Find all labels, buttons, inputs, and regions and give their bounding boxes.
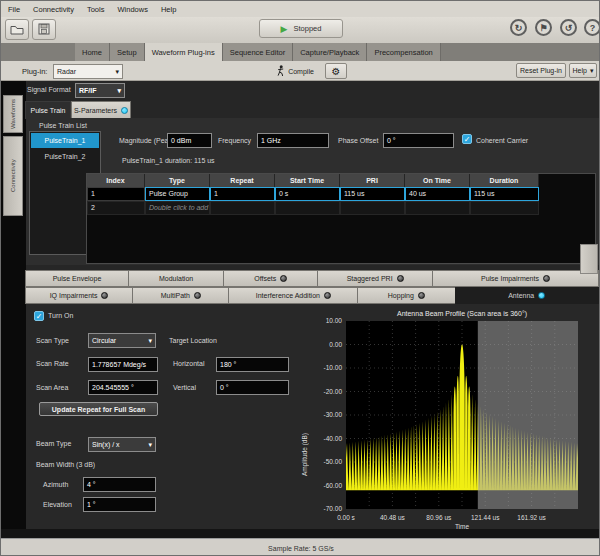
target-location-label: Target Location xyxy=(169,337,217,344)
tab-antenna[interactable]: Antenna xyxy=(455,287,599,304)
phase-offset-input[interactable]: 0 ° xyxy=(383,133,454,148)
cell-duration[interactable]: 115 us xyxy=(470,187,539,201)
vertical-scrollbar-thumb[interactable] xyxy=(580,244,598,274)
menu-file[interactable]: File xyxy=(8,5,20,14)
tab-modulation[interactable]: Modulation xyxy=(128,270,224,287)
plugin-label: Plug-in: xyxy=(22,67,47,76)
y-tick-label: -20.00 xyxy=(305,388,342,395)
antenna-beam-chart: Antenna Beam Profile (Scan area is 360°)… xyxy=(299,304,600,529)
tab-offsets[interactable]: Offsets xyxy=(223,270,318,287)
magnitude-label: Magnitude (Peak) xyxy=(119,137,174,144)
vertical-input[interactable]: 0 ° xyxy=(216,380,289,395)
cell-on-time[interactable]: 40 us xyxy=(405,187,470,201)
list-item-pulsetrain-2[interactable]: PulseTrain_2 xyxy=(31,149,99,164)
tab-label: IQ Impairments xyxy=(50,292,98,299)
cell-add-hint[interactable]: Double click to add xyxy=(145,201,210,215)
coherent-carrier-checkbox[interactable]: ✓ xyxy=(462,134,472,144)
tab-pulse-envelope[interactable]: Pulse Envelope xyxy=(25,270,129,287)
scan-rate-input[interactable]: 1.778657 Mdeg/s xyxy=(88,357,158,372)
cell-empty[interactable] xyxy=(210,201,275,215)
y-tick-label: -70.00 xyxy=(305,505,342,512)
tab-setup[interactable]: Setup xyxy=(110,43,145,61)
compile-button[interactable]: Compile xyxy=(269,63,321,79)
tab-active-icon xyxy=(538,292,545,299)
turn-on-checkbox[interactable]: ✓ xyxy=(34,311,44,321)
cell-type[interactable]: Pulse Group xyxy=(145,187,210,201)
plugin-select[interactable]: Radar ▾ xyxy=(53,64,123,79)
tab-state-icon xyxy=(397,275,404,282)
dock-tab-waveforms[interactable]: Waveforms xyxy=(3,95,23,133)
tab-label: Modulation xyxy=(159,275,193,282)
dock-tab-connectivity[interactable]: Connectivity xyxy=(3,136,23,216)
tab-capture-playback[interactable]: Capture/Playback xyxy=(293,43,367,61)
cell-empty[interactable] xyxy=(275,201,340,215)
menu-connectivity[interactable]: Connectivity xyxy=(33,5,74,14)
tab-label: Offsets xyxy=(254,275,276,282)
tab-multipath[interactable]: MultiPath xyxy=(132,287,229,304)
menu-help[interactable]: Help xyxy=(161,5,176,14)
pulse-table: Index Type Repeat Start Time PRI On Time… xyxy=(86,173,596,264)
cell-index[interactable]: 2 xyxy=(87,201,145,215)
menu-windows[interactable]: Windows xyxy=(117,5,147,14)
run-stop-button[interactable]: ▶ Stopped xyxy=(259,19,343,38)
status-bar: Sample Rate: 5 GS/s xyxy=(1,538,600,556)
signal-format-select[interactable]: RF/IF ▾ xyxy=(75,83,125,98)
tab-state-icon xyxy=(280,275,287,282)
update-repeat-button[interactable]: Update Repeat for Full Scan xyxy=(39,402,158,416)
list-item-pulsetrain-1[interactable]: PulseTrain_1 xyxy=(31,133,99,148)
tab-state-icon xyxy=(324,292,331,299)
tab-pulse-train[interactable]: Pulse Train xyxy=(25,101,71,119)
col-duration[interactable]: Duration xyxy=(470,174,539,187)
cell-empty[interactable] xyxy=(405,201,470,215)
play-icon: ▶ xyxy=(281,24,288,34)
col-type[interactable]: Type xyxy=(145,174,210,187)
table-row-add[interactable]: 2 Double click to add xyxy=(87,201,539,215)
cell-repeat[interactable]: 1 xyxy=(210,187,275,201)
magnitude-input[interactable]: 0 dBm xyxy=(167,133,212,148)
restart-button[interactable]: ↻ xyxy=(510,19,527,36)
save-icon xyxy=(38,21,50,39)
refresh-button[interactable]: ↺ xyxy=(560,19,577,36)
tab-precompensation[interactable]: Precompensation xyxy=(367,43,440,61)
reset-plugin-button[interactable]: Reset Plug-in xyxy=(516,63,566,78)
cell-empty[interactable] xyxy=(340,201,405,215)
tab-pulse-impairments[interactable]: Pulse Impairments xyxy=(432,270,599,287)
menu-tools[interactable]: Tools xyxy=(87,5,105,14)
marker-button[interactable]: ⚑ xyxy=(535,19,552,36)
cell-start-time[interactable]: 0 s xyxy=(275,187,340,201)
horizontal-input[interactable]: 180 ° xyxy=(216,357,289,372)
scan-type-select[interactable]: Circular ▾ xyxy=(88,333,156,348)
y-tick-label: -30.00 xyxy=(305,411,342,418)
tab-iq-impairments[interactable]: IQ Impairments xyxy=(25,287,133,304)
azimuth-input[interactable]: 4 ° xyxy=(83,477,156,492)
tab-hopping[interactable]: Hopping xyxy=(357,287,455,304)
help-button[interactable]: ? xyxy=(584,19,600,36)
tab-home[interactable]: Home xyxy=(75,43,110,61)
col-start-time[interactable]: Start Time xyxy=(275,174,340,187)
cell-empty[interactable] xyxy=(470,201,539,215)
col-pri[interactable]: PRI xyxy=(340,174,405,187)
plugin-help-button[interactable]: Help ▾ xyxy=(569,63,597,78)
tab-sequence-editor[interactable]: Sequence Editor xyxy=(223,43,293,61)
tab-interference-addition[interactable]: Interference Addition xyxy=(228,287,358,304)
compile-settings-button[interactable]: ⚙ xyxy=(325,63,347,79)
table-row-selected[interactable]: 1 Pulse Group 1 0 s 115 us 40 us 115 us xyxy=(87,187,539,201)
gear-icon: ⚙ xyxy=(332,66,341,77)
beam-type-select[interactable]: Sin(x) / x ▾ xyxy=(88,437,156,452)
plugin-bar: Plug-in: Radar ▾ Compile ⚙ Reset Plug-in… xyxy=(1,61,600,81)
frequency-input[interactable]: 1 GHz xyxy=(257,133,329,148)
save-button[interactable] xyxy=(32,19,56,40)
open-file-button[interactable] xyxy=(5,19,29,40)
feature-tab-row-2: IQ Impairments MultiPath Interference Ad… xyxy=(26,287,599,304)
tab-s-parameters[interactable]: S-Parameters xyxy=(71,101,131,119)
menu-bar: File Connectivity Tools Windows Help xyxy=(1,1,600,17)
col-repeat[interactable]: Repeat xyxy=(210,174,275,187)
tab-staggered-pri[interactable]: Staggered PRI xyxy=(317,270,433,287)
scan-area-input[interactable]: 204.545555 ° xyxy=(88,380,158,395)
col-index[interactable]: Index xyxy=(87,174,145,187)
cell-pri[interactable]: 115 us xyxy=(340,187,405,201)
cell-index[interactable]: 1 xyxy=(87,187,145,201)
tab-waveform-plugins[interactable]: Waveform Plug-ins xyxy=(145,43,223,61)
elevation-input[interactable]: 1 ° xyxy=(83,497,156,512)
col-on-time[interactable]: On Time xyxy=(405,174,470,187)
